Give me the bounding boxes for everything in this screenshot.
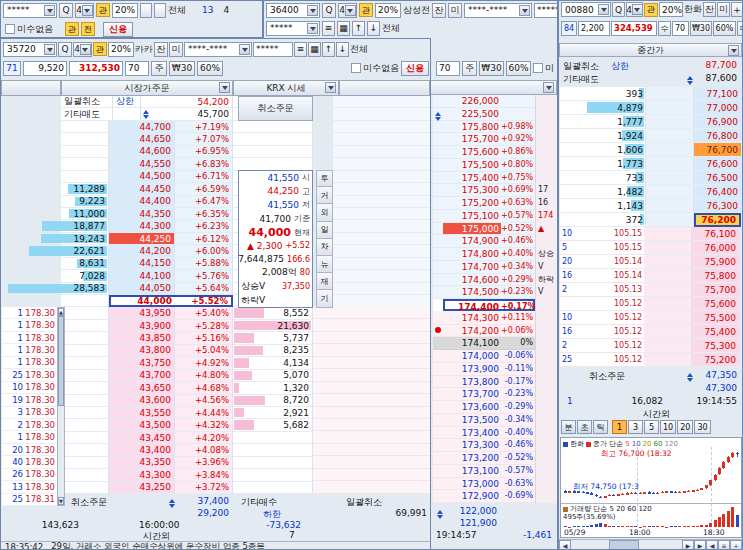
chevron-down-icon[interactable] [44, 44, 55, 55]
bid-price-cell[interactable]: 76,100 [692, 227, 739, 241]
side-tab-일[interactable]: 일 [316, 222, 333, 239]
ask-volume-cell[interactable]: 18,877 [61, 220, 109, 232]
price-cell[interactable]: 172,900 [443, 490, 501, 502]
password-field[interactable]: ***** [253, 42, 293, 57]
bid-volume-cell[interactable]: 1,320 [233, 382, 313, 394]
amount-button[interactable]: ₩30 [479, 61, 504, 76]
qty-field[interactable]: 2,200 [578, 21, 610, 36]
chevron-down-icon[interactable] [325, 82, 336, 93]
stock-code-combo[interactable]: 36400 [266, 3, 320, 18]
period-tab-초[interactable]: 초 [577, 420, 592, 434]
unit-button[interactable]: 주 [462, 61, 477, 76]
password-combo[interactable]: ***** [266, 21, 320, 36]
bid-price-cell[interactable]: 75,200 [692, 353, 739, 367]
ask-price-cell[interactable]: 77,100 [694, 87, 741, 101]
ask-volume-cell[interactable]: 19,243 [61, 233, 109, 245]
ask-volume-cell[interactable]: 22,621 [61, 245, 109, 257]
unfilled-button[interactable]: 미 [448, 3, 462, 18]
bid-volume-cell[interactable]: 2,921 [233, 407, 313, 419]
zoom-plus-icon[interactable]: + [730, 540, 742, 550]
bid-price-cell[interactable]: 43,650 [109, 382, 175, 394]
misu-checkbox[interactable] [351, 63, 361, 73]
price-cell[interactable]: 174,600 [443, 274, 501, 286]
ask-volume-cell[interactable]: 1,143 [560, 199, 646, 213]
price-cell[interactable]: 173,000 [443, 478, 501, 490]
ask-price-cell[interactable]: 76,800 [694, 129, 741, 143]
bid-volume-cell[interactable] [233, 469, 313, 481]
scrollbar-thumb[interactable] [58, 316, 64, 406]
chart-type-button[interactable]: 4 [73, 42, 92, 57]
interval-tab-10[interactable]: 10 [660, 420, 676, 434]
misu-checkbox[interactable] [5, 24, 15, 34]
stepper-icon[interactable] [685, 74, 694, 87]
credit-button[interactable]: 신용 [103, 22, 133, 37]
price-cell[interactable]: 175,300 [443, 184, 501, 196]
unfilled-button[interactable]: 미 [169, 42, 183, 57]
bid-price-cell[interactable]: 43,400 [109, 444, 175, 456]
ask-price-cell[interactable]: 44,650 [109, 133, 175, 145]
search-icon[interactable]: Q [322, 3, 336, 18]
ask-price-cell[interactable]: 76,400 [694, 185, 741, 199]
krx-quote-header[interactable]: KRX 시세 [233, 80, 339, 96]
price-cell[interactable]: 174,700 [443, 261, 501, 273]
ask-price-cell[interactable]: 76,300 [694, 199, 741, 213]
order-window-35720[interactable]: 35720 Q 4 관 20% 카카 잔 미 ****-**** ***** ≡… [0, 38, 431, 550]
price-cell[interactable]: 175,500 [443, 159, 501, 171]
chart-type-button[interactable]: 4 [75, 3, 94, 18]
chevron-down-icon[interactable] [598, 4, 609, 15]
step-forward-icon[interactable]: ▶ [694, 540, 706, 550]
account-combo[interactable]: ****-**** [184, 42, 252, 57]
bid-price-cell[interactable]: 43,700 [109, 370, 175, 382]
ask-price-cell[interactable]: 44,350 [109, 208, 175, 220]
bid-volume-cell[interactable]: 4,134 [233, 357, 313, 369]
chevron-down-icon[interactable] [345, 5, 356, 16]
bid-volume-cell[interactable]: 8,235 [233, 345, 313, 357]
bid-price-cell[interactable]: 43,900 [109, 320, 175, 332]
unit-button[interactable]: 주 [151, 61, 167, 76]
ask-price-cell[interactable]: 44,250 [109, 233, 175, 245]
misu-button[interactable]: 미 [737, 21, 743, 36]
ask-price-cell[interactable]: 76,900 [694, 115, 741, 129]
period-tab-틱[interactable]: 틱 [593, 420, 608, 434]
chevron-down-icon[interactable] [219, 82, 230, 93]
bid-price-cell[interactable]: 75,400 [692, 325, 739, 339]
bid-price-cell[interactable]: 43,550 [109, 407, 175, 419]
qty-field[interactable]: 9,520 [23, 61, 67, 76]
scroll-up-icon[interactable]: ▲ [58, 308, 64, 316]
bid-volume-cell[interactable]: 21,630 [233, 320, 313, 332]
menu-icon[interactable]: ≡ [294, 42, 307, 57]
side-tab-외[interactable]: 외 [316, 204, 333, 221]
ask-price-cell[interactable]: 44,550 [109, 158, 175, 170]
stepper-icon[interactable] [167, 497, 176, 510]
bid-volume-cell[interactable] [233, 457, 313, 469]
price-cell[interactable]: 173,300 [443, 439, 501, 451]
bid-volume-cell[interactable]: 5,737 [233, 332, 313, 344]
price-cell[interactable]: 173,900 [443, 363, 501, 375]
ask-volume-cell[interactable]: 4,879 [560, 101, 646, 115]
price-cell[interactable]: 175,200 [443, 197, 501, 209]
price-cell[interactable]: 174,300 [443, 312, 501, 324]
side-tab-차[interactable]: 차 [316, 239, 333, 256]
down-arrow-icon[interactable]: ↓ [336, 42, 349, 57]
price-field[interactable]: 324,539 [611, 21, 657, 36]
ask-price-cell[interactable]: 44,500 [109, 171, 175, 183]
chevron-down-icon[interactable] [543, 82, 554, 93]
stepper-icon[interactable] [685, 371, 694, 384]
menu-icon[interactable]: ≡ [718, 540, 730, 550]
bid-price-cell[interactable]: 43,750 [109, 357, 175, 369]
interval-tab-30[interactable]: 30 [694, 420, 710, 434]
price-cell[interactable]: 173,800 [443, 376, 501, 388]
ask-price-cell[interactable]: 76,500 [694, 171, 741, 185]
interval-tab-3[interactable]: 3 [628, 420, 643, 434]
misu-checkbox[interactable] [533, 63, 543, 73]
bid-price-cell[interactable]: 75,700 [692, 283, 739, 297]
side-tab-투[interactable]: 투 [316, 170, 333, 187]
side-tab-거[interactable]: 거 [316, 187, 333, 204]
percent-button[interactable]: 60% [713, 21, 736, 36]
ask-volume-cell[interactable]: 393 [560, 87, 646, 101]
ask-volume-cell[interactable]: 11,000 [61, 208, 109, 220]
step-back-icon[interactable]: ◀ [706, 540, 718, 550]
bid-price-cell[interactable]: 43,800 [109, 345, 175, 357]
up-arrow-icon[interactable]: ↑ [322, 42, 335, 57]
su-button[interactable]: 수 [658, 21, 671, 36]
